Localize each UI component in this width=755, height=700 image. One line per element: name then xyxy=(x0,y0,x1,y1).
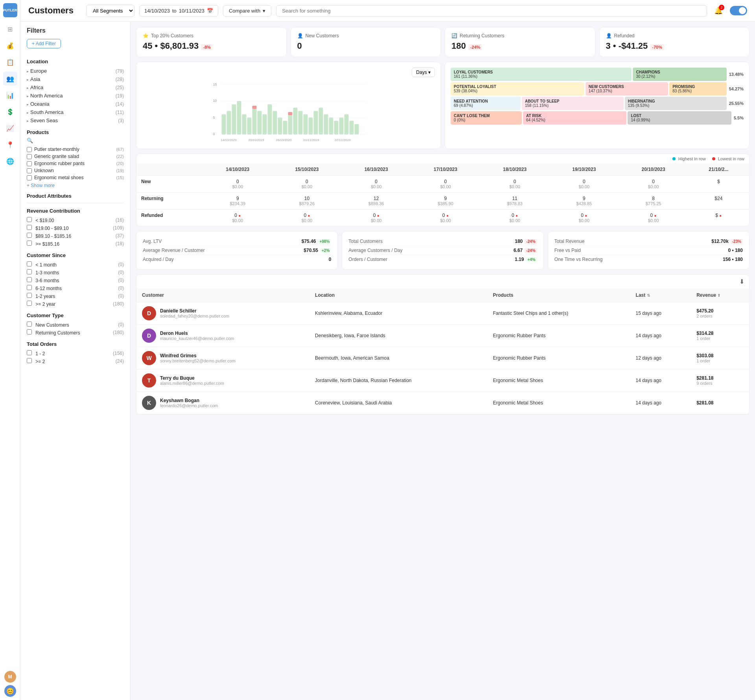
since-checkbox[interactable] xyxy=(27,261,32,266)
location-item-north-america[interactable]: ▸North America (19) xyxy=(27,92,124,100)
type-checkbox[interactable] xyxy=(27,322,32,327)
orders-checkbox[interactable] xyxy=(27,350,32,355)
rfm-row-3: NEED ATTENTION 69 (4.87%) ABOUT TO SLEEP… xyxy=(451,97,744,110)
rfm-loyal[interactable]: LOYAL CUSTOMERS 161 (11.36%) xyxy=(451,68,632,81)
rfm-hibernating[interactable]: HIBERNATING 135 (9.53%) xyxy=(625,97,727,110)
since-item[interactable]: 1-3 months (0) xyxy=(27,268,124,276)
revenue-item[interactable]: >= $185.16 (18) xyxy=(27,240,124,248)
sidebar-item-dashboard[interactable]: ⊞ xyxy=(3,22,17,36)
product-item[interactable]: Ergonomic metal shoes (15) xyxy=(27,174,124,181)
product-item[interactable]: Unknown (19) xyxy=(27,167,124,174)
last-cell-2: 14 days ago xyxy=(630,325,691,347)
table-row[interactable]: D Deron Huels mauricio_kautzer46@demo.pu… xyxy=(136,325,749,347)
segment-select[interactable]: All Segments xyxy=(86,5,134,17)
since-checkbox[interactable] xyxy=(27,277,32,282)
type-checkbox[interactable] xyxy=(27,329,32,334)
product-item[interactable]: Generic granite salad (22) xyxy=(27,153,124,160)
theme-toggle[interactable] xyxy=(730,6,747,15)
stat-badge: -24% xyxy=(468,44,482,50)
rfm-lost[interactable]: LOST 14 (0.99%) xyxy=(628,111,731,125)
product-item[interactable]: Putler starter-monthly (67) xyxy=(27,146,124,153)
since-item[interactable]: >= 2 year (180) xyxy=(27,300,124,308)
location-count: (28) xyxy=(116,77,124,82)
since-checkbox[interactable] xyxy=(27,301,32,306)
revenue-checkbox[interactable] xyxy=(27,241,32,246)
orders-checkbox[interactable] xyxy=(27,358,32,363)
last-cell-1: 15 days ago xyxy=(630,302,691,325)
table-row[interactable]: T Terry du Buque alanis.miller86@demo.pu… xyxy=(136,369,749,392)
date-table: 14/10/2023 15/10/2023 16/10/2023 17/10/2… xyxy=(136,164,749,226)
sidebar-item-revenue[interactable]: 💰 xyxy=(3,39,17,53)
sidebar-item-location[interactable]: 📍 xyxy=(3,138,17,152)
rfm-promising[interactable]: PROMISING 83 (5.86%) xyxy=(669,82,727,96)
since-item[interactable]: 6-12 months (0) xyxy=(27,284,124,292)
location-list: ▸Europe (79) ▸Asia (28) ▸Africa (25) ▸No… xyxy=(27,67,124,125)
table-row[interactable]: D Danielle Schiller soledad_fahey20@demo… xyxy=(136,302,749,325)
since-item[interactable]: 1-2 years (0) xyxy=(27,292,124,300)
product-checkbox[interactable] xyxy=(27,161,32,166)
location-item-seven-seas[interactable]: ▸Seven Seas (3) xyxy=(27,116,124,125)
product-checkbox[interactable] xyxy=(27,175,32,180)
add-filter-button[interactable]: + Add Filter xyxy=(27,39,61,48)
date-col-2: 15/10/2023 xyxy=(272,164,341,176)
avg-rev-value: $70.55 +2% xyxy=(304,248,331,253)
type-item-returning[interactable]: Returning Customers (180) xyxy=(27,329,124,336)
rfm-about-to-sleep[interactable]: ABOUT TO SLEEP 158 (11.15%) xyxy=(522,97,624,110)
sidebar-item-customers[interactable]: 👥 xyxy=(3,72,17,86)
revenue-checkbox[interactable] xyxy=(27,233,32,238)
location-item-south-america[interactable]: ▸South America (11) xyxy=(27,108,124,116)
revenue-checkbox[interactable] xyxy=(27,217,32,222)
location-name: Africa xyxy=(30,85,43,90)
col-last[interactable]: Last ⇅ xyxy=(630,288,691,302)
rfm-at-risk[interactable]: AT RISK 64 (4.52%) xyxy=(523,111,626,125)
revenue-item[interactable]: $19.00 - $89.10 (109) xyxy=(27,224,124,232)
rfm-new-customers[interactable]: NEW CUSTOMERS 147 (10.37%) xyxy=(586,82,668,96)
days-button[interactable]: Days ▾ xyxy=(412,68,435,77)
show-more-products[interactable]: + Show more xyxy=(27,183,124,188)
date-col-1: 14/10/2023 xyxy=(203,164,272,176)
since-checkbox[interactable] xyxy=(27,269,32,274)
stat-badge: -8% xyxy=(201,44,213,50)
since-checkbox[interactable] xyxy=(27,285,32,290)
compare-button[interactable]: Compare with ▾ xyxy=(223,5,271,17)
download-button[interactable]: ⬇ xyxy=(739,278,744,285)
product-count: (22) xyxy=(116,154,124,159)
rfm-new-label: NEW CUSTOMERS xyxy=(589,85,665,89)
location-item-asia[interactable]: ▸Asia (28) xyxy=(27,75,124,83)
orders-item[interactable]: >= 2 (24) xyxy=(27,357,124,365)
location-item-africa[interactable]: ▸Africa (25) xyxy=(27,83,124,92)
table-row[interactable]: K Keyshawn Bogan leonardo26@demo.putler.… xyxy=(136,392,749,414)
revenue-item[interactable]: $89.10 - $185.16 (37) xyxy=(27,232,124,240)
col-revenue[interactable]: Revenue ⬆ xyxy=(691,288,749,302)
sidebar-item-globe[interactable]: 🌐 xyxy=(3,154,17,168)
since-checkbox[interactable] xyxy=(27,293,32,298)
search-input[interactable] xyxy=(276,5,707,17)
date-range[interactable]: 14/10/2023 to 10/11/2023 📅 xyxy=(139,5,218,17)
product-checkbox[interactable] xyxy=(27,154,32,159)
product-checkbox[interactable] xyxy=(27,168,32,173)
notification-bell[interactable]: 🔔 2 xyxy=(712,4,725,17)
sidebar-item-reports[interactable]: 📊 xyxy=(3,88,17,102)
rfm-cant-lose-them[interactable]: CAN'T LOSE THEM 0 (0%) xyxy=(451,111,522,125)
location-item-oceania[interactable]: ▸Oceania (14) xyxy=(27,100,124,108)
product-item[interactable]: Ergonomic rubber pants (20) xyxy=(27,160,124,167)
svg-text:10: 10 xyxy=(213,99,217,103)
customer-name: Keyshawn Bogan xyxy=(160,398,218,403)
revenue-item[interactable]: < $19.00 (16) xyxy=(27,216,124,224)
sidebar-item-orders[interactable]: 📋 xyxy=(3,55,17,69)
since-item[interactable]: < 1 month (0) xyxy=(27,261,124,268)
user-avatar-m[interactable]: M xyxy=(4,671,16,683)
orders-item[interactable]: 1 - 2 (156) xyxy=(27,349,124,357)
product-checkbox[interactable] xyxy=(27,147,32,152)
since-item[interactable]: 3-6 months (0) xyxy=(27,276,124,284)
rfm-need-attention[interactable]: NEED ATTENTION 69 (4.87%) xyxy=(451,97,521,110)
sidebar-item-analytics[interactable]: 📈 xyxy=(3,121,17,135)
rfm-potential-loyalist[interactable]: POTENTIAL LOYALIST 539 (38.04%) xyxy=(451,82,584,96)
rfm-champions[interactable]: CHAMPIONS 30 (2.12%) xyxy=(633,68,726,81)
type-item-new[interactable]: New Customers (0) xyxy=(27,321,124,329)
table-row[interactable]: W Winifred Grimes sonny.breitenberg52@de… xyxy=(136,347,749,369)
location-item-europe[interactable]: ▸Europe (79) xyxy=(27,67,124,75)
user-avatar-smiley[interactable]: 😊 xyxy=(4,685,16,697)
revenue-checkbox[interactable] xyxy=(27,225,32,230)
sidebar-item-dollar[interactable]: 💲 xyxy=(3,105,17,119)
